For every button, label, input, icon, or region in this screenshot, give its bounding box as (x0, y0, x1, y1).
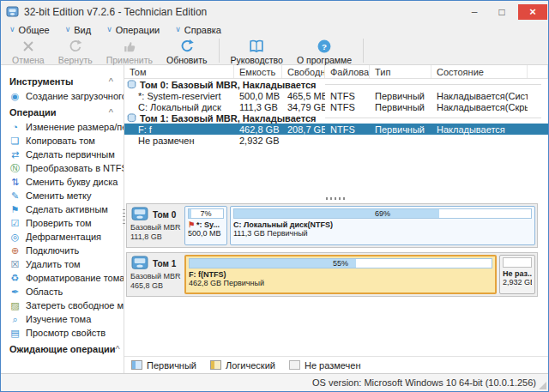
sidebar-item-label: Изменение размера/пере... (26, 122, 124, 132)
column-header-type[interactable]: Тип (370, 65, 431, 78)
column-header-status[interactable]: Состояние (431, 65, 528, 78)
sidebar-item-format-volume[interactable]: ♻ Форматирование тома (9, 271, 124, 285)
sidebar-section-operations[interactable]: Операции ^ (9, 105, 124, 120)
refresh-button[interactable]: Обновить (160, 38, 214, 66)
sidebar-item-make-primary[interactable]: ⇄ Сделать первичным (9, 148, 124, 161)
collapse-icon: ^ (109, 76, 113, 87)
legend-primary: Первичный (131, 360, 196, 371)
maximize-button[interactable]: □ (491, 4, 513, 20)
os-version-text: OS version: Microsoft Windows 10 64-bit … (312, 377, 536, 388)
toolbar-label: О программе (297, 55, 352, 65)
sidebar-section-pending-operations[interactable]: Ожидающие операции ^ (9, 341, 124, 357)
sidebar-item-delete-volume[interactable]: ☒ Удалить том (9, 257, 124, 271)
book-icon (248, 39, 265, 54)
sidebar-item-view-properties[interactable]: ▤ Просмотр свойств (9, 326, 124, 340)
partition-size: 500,0 MB (188, 229, 224, 238)
disk-info[interactable]: Том 1 Базовый MBR 465,8 GB (129, 255, 182, 294)
sidebar-item-convert-ntfs[interactable]: Ⓝ Преобразовать в NTFS (9, 161, 124, 175)
empty-space (124, 301, 548, 356)
sidebar-item-label: Удалить том (26, 259, 81, 269)
partition-unallocated[interactable]: Не раз... 2,932 GB (499, 255, 535, 294)
usage-percent: 7% (189, 209, 223, 219)
sidebar-item-explore-volume[interactable]: ⌕ Изучение тома (9, 312, 124, 326)
about-button[interactable]: ? О программе (291, 38, 358, 66)
group-divider (325, 84, 541, 85)
sidebar-item-check-volume[interactable]: ☑ Проверить том (9, 216, 124, 230)
cell-status: Накладывается (431, 124, 528, 135)
redo-button[interactable]: Вернуть (52, 38, 99, 66)
section-title: Ожидающие операции (9, 344, 115, 354)
horizontal-splitter[interactable] (124, 194, 548, 202)
partition-size: 462,8 GB Первичный (189, 279, 492, 287)
column-header-capacity[interactable]: Емкость (234, 65, 282, 78)
close-button[interactable]: × (518, 4, 547, 20)
section-title: Операции (9, 107, 109, 118)
column-header-volume[interactable]: Том (124, 65, 234, 78)
partition-system-reserved[interactable]: 7% ⚑*: Sy... 500,0 MB (184, 206, 227, 245)
undo-button[interactable]: Отмена (6, 38, 51, 66)
table-row[interactable]: Не размечен 2,932 GB (124, 135, 548, 146)
cell-capacity: 111,3 GB (234, 102, 282, 112)
partition-f-selected[interactable]: 55% F: f(NTFS) 462,8 GB Первичный (184, 255, 497, 294)
column-header-free[interactable]: Свободно (282, 65, 325, 78)
sidebar-item-mount[interactable]: ⊕ Подключить (9, 244, 124, 257)
disk-group-row[interactable]: Том 0: Базовый MBR, Накладывается (124, 79, 548, 90)
usage-bar (503, 257, 532, 268)
menu-general[interactable]: ∨ Общее (9, 25, 50, 35)
sidebar-item-copy-volume[interactable]: ❏ Копировать том (9, 134, 124, 148)
wipe-free-space-icon: ▨ (9, 300, 21, 311)
table-header: Том Емкость Свободно Файловая... Тип Сос… (124, 65, 548, 79)
menu-operations[interactable]: ∨ Операции (106, 25, 160, 35)
delete-volume-icon: ☒ (9, 259, 21, 270)
menu-label: Справка (184, 25, 221, 35)
sidebar-item-area[interactable]: ✒ Область (9, 285, 124, 299)
bootable-media-icon: ◉ (9, 91, 21, 102)
manual-button[interactable]: Руководство (225, 38, 289, 66)
main-area: Инструменты ^ ◉ Создание загрузочного но… (1, 65, 548, 373)
area-icon: ✒ (9, 286, 21, 298)
sidebar-item-label: Дефрагментация (26, 232, 101, 242)
partition-c[interactable]: 69% C: Локальный диск(NTFS) 111,3 GB Пер… (230, 206, 535, 245)
sidebar-item-set-active[interactable]: ⚑ Сделать активным (9, 202, 124, 216)
unallocated-swatch-icon (289, 360, 300, 370)
column-header-filesystem[interactable]: Файловая... (325, 65, 370, 78)
menu-view[interactable]: ∨ Вид (65, 25, 92, 35)
sidebar-section-tools[interactable]: Инструменты ^ (9, 74, 124, 89)
partition-label: *: Sy... (196, 220, 220, 229)
sidebar-item-bootable-media[interactable]: ◉ Создание загрузочного но... (9, 89, 124, 103)
apply-button[interactable]: Применить (100, 38, 159, 66)
sidebar-item-wipe-free-space[interactable]: ▨ Затереть свободное место (9, 299, 124, 312)
table-row-selected[interactable]: F: f 462,8 GB 208,7 GB NTFS Первичный На… (124, 124, 548, 135)
cell-capacity: 2,932 GB (234, 136, 282, 146)
toolbar-label: Отмена (12, 55, 45, 65)
table-row[interactable]: *: System-reserviert 500,0 MB 465,5 MB N… (124, 90, 548, 101)
svg-text:?: ? (322, 42, 327, 51)
explore-volume-icon: ⌕ (9, 314, 21, 325)
menu-label: Общее (19, 25, 50, 35)
disk-info[interactable]: Том 0 Базовый MBR 111,8 GB (129, 206, 182, 245)
drive-icon (130, 207, 149, 222)
sidebar-item-defrag[interactable]: ◎ Дефрагментация (9, 230, 124, 244)
disk-panel-1: Том 1 Базовый MBR 465,8 GB 55% F: f(NTFS… (126, 252, 538, 297)
resize-grip[interactable] (539, 382, 546, 389)
sidebar-item-label: Область (26, 286, 63, 297)
sidebar-item-label: Сделать активным (26, 204, 108, 214)
volume-table: Том Емкость Свободно Файловая... Тип Сос… (124, 65, 548, 194)
cell-capacity: 462,8 GB (234, 124, 282, 135)
table-row[interactable]: C: Локальный диск 111,3 GB 34,79 GB NTFS… (124, 101, 548, 112)
menu-bar: ∨ Общее ∨ Вид ∨ Операции ∨ Справка (1, 22, 548, 37)
sidebar-item-change-label[interactable]: ✎ Сменить метку (9, 189, 124, 202)
menu-help[interactable]: ∨ Справка (175, 25, 221, 35)
sidebar-splitter-handle[interactable] (123, 209, 125, 226)
toolbar-separator (219, 39, 220, 63)
sidebar-item-change-letter[interactable]: ⇅ Сменить букву диска (9, 175, 124, 189)
disk-group-row[interactable]: Том 1: Базовый MBR, Накладывается (124, 112, 548, 124)
toolbar: Отмена Вернуть Применить Обновить Руково (1, 37, 548, 65)
cell-volume: *: System-reserviert (124, 91, 234, 101)
sidebar-item-label: Проверить том (26, 218, 92, 228)
copy-volume-icon: ❏ (9, 136, 21, 147)
convert-ntfs-icon: Ⓝ (9, 162, 21, 175)
sidebar-item-resize[interactable]: ◔ Изменение размера/пере... (9, 120, 124, 134)
minimize-button[interactable]: – (463, 4, 486, 20)
sidebar-item-label: Изучение тома (26, 314, 91, 324)
